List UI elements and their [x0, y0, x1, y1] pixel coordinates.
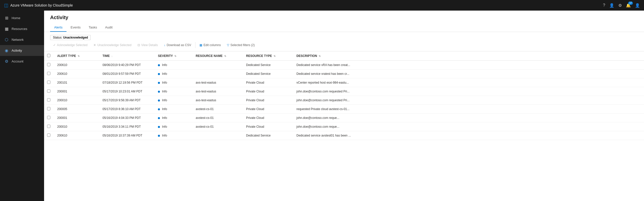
table-row[interactable]: 200610 08/06/2019 9:40:29 PM PDT Info De… — [44, 61, 644, 70]
row-checkbox-cell[interactable] — [44, 96, 54, 105]
toolbar-area: Status: Unacknowledged ✓ Acknowledge Sel… — [44, 32, 644, 51]
table-row[interactable]: 200010 05/16/2019 3:34:11 PM PDT Info av… — [44, 122, 644, 131]
sidebar-item-activity[interactable]: ◉ Activity — [0, 45, 44, 56]
row-resource-name: avs-test-eastus — [193, 78, 243, 87]
row-checkbox[interactable] — [47, 125, 50, 128]
selected-filters-btn[interactable]: ▽ Selected filters (2) — [224, 42, 258, 48]
unacknowledge-btn[interactable]: ✕ Unacknowledge Selected — [90, 42, 134, 48]
row-checkbox-cell[interactable] — [44, 131, 54, 140]
home-icon: ⊞ — [4, 16, 9, 20]
row-time: 05/17/2019 9:56:39 AM PDT — [99, 96, 155, 105]
acknowledge-btn[interactable]: ✓ Acknowledge Selected — [50, 42, 90, 48]
tab-tasks[interactable]: Tasks — [85, 23, 101, 32]
row-checkbox[interactable] — [47, 72, 50, 75]
severity-label: Info — [162, 72, 167, 76]
table-row[interactable]: 200610 08/01/2019 9:57:59 PM PDT Info De… — [44, 70, 644, 78]
tab-bar: Alerts Events Tasks Audit — [50, 23, 638, 32]
status-filter-badge[interactable]: Status: Unacknowledged — [50, 35, 91, 40]
resources-icon: ▦ — [4, 26, 9, 31]
col-header-time[interactable]: TIME ↓ — [99, 51, 155, 61]
row-checkbox-cell[interactable] — [44, 105, 54, 114]
download-label: Download as CSV — [167, 43, 191, 47]
row-checkbox-cell[interactable] — [44, 70, 54, 78]
row-resource-type: Dedicated Service — [243, 131, 293, 140]
edit-columns-label: Edit columns — [204, 43, 221, 47]
row-checkbox[interactable] — [47, 107, 50, 110]
col-header-severity[interactable]: SEVERITY ⇅ — [155, 51, 193, 61]
sidebar-item-account[interactable]: ⚙ Account — [0, 56, 44, 67]
row-checkbox-cell[interactable] — [44, 87, 54, 96]
row-severity: Info — [155, 105, 193, 114]
sidebar-item-network[interactable]: ⬡ Network — [0, 34, 44, 45]
row-resource-name: avstest-cs-01 — [193, 105, 243, 114]
sidebar-item-resources[interactable]: ▦ Resources — [0, 23, 44, 34]
row-checkbox-cell[interactable] — [44, 114, 54, 122]
table-row[interactable]: 200005 05/17/2019 8:36:10 AM PDT Info av… — [44, 105, 644, 114]
row-description: Dedicated service avstest01 has been ... — [293, 131, 644, 140]
table-row[interactable]: 200610 05/16/2019 10:37:39 AM PDT Info D… — [44, 131, 644, 140]
row-severity: Info — [155, 122, 193, 131]
row-severity: Info — [155, 61, 193, 70]
severity-dot — [158, 91, 160, 93]
unacknowledge-icon: ✕ — [93, 43, 96, 47]
network-icon: ⬡ — [4, 37, 9, 42]
activity-icon: ◉ — [4, 48, 9, 53]
col-header-resource-name[interactable]: RESOURCE NAME ⇅ — [193, 51, 243, 61]
row-time: 08/01/2019 9:57:59 PM PDT — [99, 70, 155, 78]
view-details-btn[interactable]: ⊡ View Details — [134, 42, 161, 48]
row-resource-type: Dedicated Service — [243, 61, 293, 70]
table-row[interactable]: 200010 05/17/2019 9:56:39 AM PDT Info av… — [44, 96, 644, 105]
tab-alerts[interactable]: Alerts — [50, 23, 66, 32]
user-icon[interactable]: 👤 — [609, 3, 614, 8]
account-settings-icon: ⚙ — [4, 59, 9, 64]
sidebar-item-home[interactable]: ⊞ Home — [0, 13, 44, 23]
row-checkbox[interactable] — [47, 63, 50, 66]
page-title: Activity — [50, 15, 638, 20]
row-checkbox[interactable] — [47, 116, 50, 119]
table-row[interactable]: 200001 05/16/2019 4:04:33 PM PDT Info av… — [44, 114, 644, 122]
row-checkbox[interactable] — [47, 81, 50, 84]
severity-label: Info — [162, 90, 167, 93]
sidebar-item-resources-label: Resources — [12, 27, 27, 31]
select-all-checkbox[interactable] — [47, 54, 50, 57]
row-checkbox-cell[interactable] — [44, 122, 54, 131]
settings-icon[interactable]: ⚙ — [618, 3, 622, 8]
edit-columns-btn[interactable]: ▦ Edit columns — [196, 42, 224, 48]
severity-label: Info — [162, 63, 167, 67]
severity-dot — [158, 99, 160, 102]
severity-label: Info — [162, 134, 167, 137]
severity-label: Info — [162, 116, 167, 120]
table-row[interactable]: 200001 05/17/2019 10:23:01 AM PDT Info a… — [44, 87, 644, 96]
row-description: john.doe@contoso.com requested Pri... — [293, 87, 644, 96]
row-alert-type: 200610 — [54, 131, 99, 140]
col-header-resource-type[interactable]: RESOURCE TYPE ⇅ — [243, 51, 293, 61]
row-checkbox[interactable] — [47, 98, 50, 102]
row-severity: Info — [155, 78, 193, 87]
notification-bell[interactable]: 🔔 37 — [626, 3, 631, 8]
table-row[interactable]: 200101 07/18/2019 12:19:56 PM PDT Info a… — [44, 78, 644, 87]
severity-dot — [158, 108, 160, 110]
row-resource-name — [193, 61, 243, 70]
topbar-actions: ? 👤 ⚙ 🔔 37 👤 — [603, 3, 640, 8]
row-checkbox-cell[interactable] — [44, 78, 54, 87]
row-checkbox[interactable] — [47, 89, 50, 93]
download-icon: ↓ — [164, 43, 165, 47]
filter-icon: ▽ — [227, 43, 229, 47]
col-header-description[interactable]: DESCRIPTION ⇅ — [293, 51, 644, 61]
tab-events[interactable]: Events — [66, 23, 85, 32]
tab-audit[interactable]: Audit — [101, 23, 117, 32]
row-alert-type: 200610 — [54, 61, 99, 70]
severity-dot — [158, 117, 160, 119]
row-resource-type: Private Cloud — [243, 122, 293, 131]
page-header: Activity Alerts Events Tasks Audit — [44, 11, 644, 32]
download-csv-btn[interactable]: ↓ Download as CSV — [161, 42, 194, 48]
severity-dot — [158, 135, 160, 137]
row-checkbox-cell[interactable] — [44, 61, 54, 70]
help-icon[interactable]: ? — [603, 3, 605, 8]
row-checkbox[interactable] — [47, 133, 50, 137]
row-description: Dedicated service vRA has been creat... — [293, 61, 644, 70]
row-severity: Info — [155, 131, 193, 140]
account-icon[interactable]: 👤 — [635, 3, 640, 8]
view-details-icon: ⊡ — [138, 43, 140, 47]
col-header-alert-type[interactable]: ALERT TYPE ⇅ — [54, 51, 99, 61]
